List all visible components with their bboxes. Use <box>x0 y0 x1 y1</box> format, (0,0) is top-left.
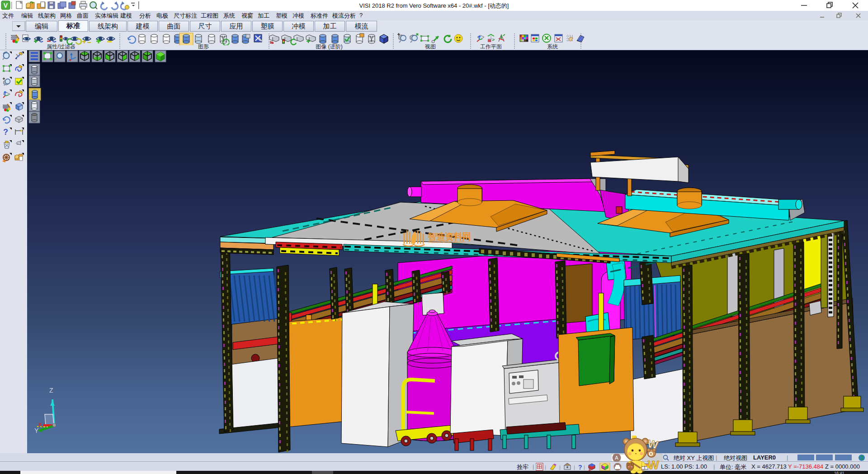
svg-text:|: | <box>584 465 585 470</box>
svg-text:V: V <box>4 2 8 9</box>
svg-text:|: | <box>559 465 561 470</box>
svg-text:?: ? <box>578 464 582 471</box>
svg-text:智造资料网: 智造资料网 <box>427 232 471 242</box>
svg-text:Y: Y <box>34 427 39 434</box>
svg-text:?: ? <box>3 128 8 137</box>
svg-text:o: o <box>649 450 653 457</box>
svg-text:W: W <box>648 458 659 472</box>
svg-text:Z: Z <box>49 387 53 394</box>
svg-text:INTELLIGENT MANUFACTURING DATA: INTELLIGENT MANUFACTURING DATA <box>428 241 465 243</box>
svg-text:|: | <box>574 465 575 470</box>
svg-text:|: | <box>545 465 546 470</box>
